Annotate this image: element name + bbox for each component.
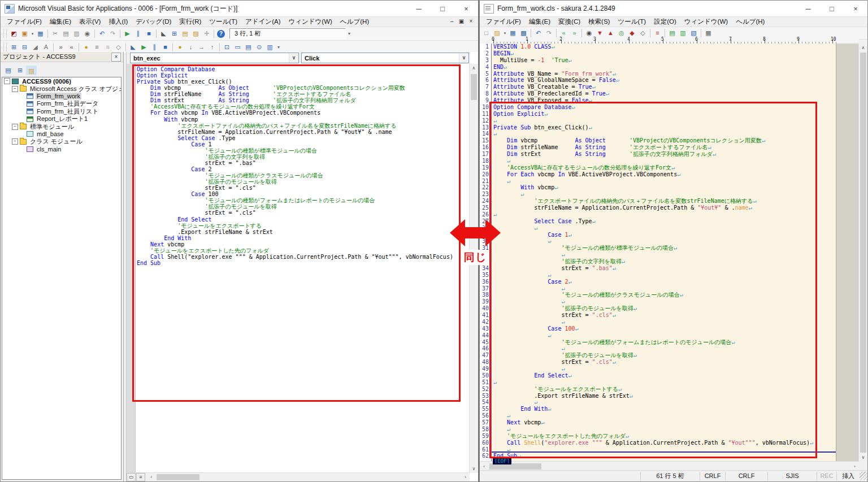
menu-item-7[interactable]: ヘルプ(H) bbox=[732, 17, 769, 27]
new-file-icon[interactable]: □ bbox=[481, 28, 492, 38]
code-line[interactable]: 7Attribute VB_Creatable = True↵ bbox=[480, 84, 853, 90]
tree-item[interactable]: −クラス モジュール bbox=[2, 138, 121, 145]
scroll-up-icon[interactable]: ∧ bbox=[859, 44, 867, 52]
scrollbar-thumb[interactable] bbox=[471, 74, 477, 100]
immediate-window-icon[interactable]: ▭ bbox=[232, 42, 243, 52]
scroll-down-icon[interactable]: ∨ bbox=[470, 464, 478, 473]
find-symbol-icon[interactable]: ◢ bbox=[30, 42, 41, 52]
tree-expander-icon[interactable]: − bbox=[12, 86, 18, 92]
help-icon[interactable]: ? bbox=[217, 30, 225, 38]
menu-item-3[interactable]: 挿入(I) bbox=[105, 17, 132, 27]
mdi-close-button[interactable]: × bbox=[466, 17, 476, 26]
bookmark-icon[interactable]: ◇ bbox=[113, 42, 124, 52]
open-file-icon-dropdown[interactable]: ▾ bbox=[502, 31, 507, 36]
code-line[interactable]: 5Attribute VB_Name = "Form_frm_work"↵ bbox=[480, 71, 853, 77]
toggle-breakpoint-icon[interactable]: ● bbox=[81, 42, 92, 52]
stop-icon[interactable]: ■ bbox=[144, 29, 154, 38]
scroll-up-icon[interactable]: ∧ bbox=[470, 64, 478, 72]
code-line[interactable]: 2BEGIN↵ bbox=[480, 50, 853, 57]
tree-item[interactable]: cls_main bbox=[2, 146, 121, 153]
break-2-icon[interactable]: ∥ bbox=[149, 42, 160, 52]
object-dropdown[interactable]: btn_exec ∨ bbox=[130, 53, 299, 63]
save-icon[interactable]: ▦ bbox=[507, 28, 518, 38]
tree-item[interactable]: mdl_base bbox=[2, 131, 121, 138]
menu-item-0[interactable]: ファイル(F) bbox=[482, 17, 525, 27]
code-line[interactable]: 4END↵ bbox=[480, 64, 853, 71]
close-button[interactable]: × bbox=[844, 1, 867, 16]
code-line[interactable]: 6Attribute VB_GlobalNameSpace = False↵ bbox=[480, 77, 853, 84]
type-list-icon[interactable]: ▤ bbox=[667, 28, 678, 38]
minimize-button[interactable]: ─ bbox=[796, 1, 820, 16]
analysis-icon[interactable]: ▦ bbox=[703, 28, 714, 38]
maximize-button[interactable]: □ bbox=[431, 1, 454, 16]
event-dropdown[interactable]: Click ∨ bbox=[301, 53, 469, 63]
toolbox-icon[interactable]: ✚ bbox=[201, 29, 212, 38]
vertical-scrollbar[interactable]: ∧ ∨ bbox=[469, 64, 478, 473]
scroll-left-icon[interactable]: ‹ bbox=[480, 462, 488, 471]
menu-item-5[interactable]: 実行(R) bbox=[175, 17, 205, 27]
comment-block-icon[interactable]: ≡ bbox=[92, 42, 102, 52]
toolbar-options-icon[interactable]: ▾ bbox=[277, 45, 280, 50]
view-code-icon[interactable]: ⊟ bbox=[19, 42, 30, 52]
tree-expander-icon[interactable]: − bbox=[12, 124, 18, 130]
jump-next-icon[interactable]: » bbox=[569, 28, 580, 38]
tree-expander-icon[interactable]: − bbox=[4, 78, 10, 84]
design-mode-2-icon[interactable]: ◣ bbox=[128, 42, 138, 52]
status-insert-mode[interactable]: 挿入 bbox=[836, 472, 860, 480]
undo-icon[interactable]: ↶ bbox=[97, 29, 107, 38]
view-access-icon[interactable]: ◩ bbox=[8, 29, 19, 38]
menu-item-1[interactable]: 編集(E) bbox=[46, 17, 75, 27]
code-line[interactable]: 3 MultiUse = -1 'True↵ bbox=[480, 57, 853, 64]
scroll-right-icon[interactable]: › bbox=[461, 473, 470, 481]
menu-item-0[interactable]: ファイル(F) bbox=[3, 17, 46, 27]
horizontal-scrollbar[interactable]: ‹ › bbox=[480, 461, 859, 471]
outdent-icon[interactable]: « bbox=[66, 42, 77, 52]
toolbar-grip[interactable] bbox=[3, 29, 7, 38]
scroll-down-icon[interactable]: ∨ bbox=[859, 453, 867, 462]
redo-icon[interactable]: ↷ bbox=[107, 29, 118, 38]
menu-item-1[interactable]: 編集(E) bbox=[525, 17, 554, 27]
menu-item-2[interactable]: 変換(C) bbox=[554, 17, 584, 27]
bookmark-next-icon[interactable]: ◇ bbox=[637, 28, 648, 38]
step-out-icon[interactable]: ↑ bbox=[207, 42, 218, 52]
sort-icon[interactable]: A bbox=[41, 42, 51, 52]
properties-window-icon[interactable]: ▤ bbox=[180, 29, 190, 38]
project-panel-close-button[interactable]: × bbox=[111, 53, 121, 62]
step-into-icon[interactable]: ↓ bbox=[185, 42, 196, 52]
menu-item-2[interactable]: 表示(V) bbox=[75, 17, 105, 27]
close-button[interactable]: × bbox=[454, 1, 478, 16]
menu-item-9[interactable]: ヘルプ(H) bbox=[336, 17, 373, 27]
scrollbar-thumb[interactable] bbox=[157, 474, 199, 480]
tree-item[interactable]: Form_frm_社員データ bbox=[2, 100, 121, 107]
vertical-scrollbar[interactable]: ∧ ∨ bbox=[858, 44, 867, 462]
insert-object-icon[interactable]: ▣ bbox=[19, 29, 30, 38]
paste-icon[interactable]: ▥ bbox=[71, 29, 82, 38]
chevron-down-icon[interactable]: ∨ bbox=[289, 53, 298, 63]
code-line[interactable]: 1VERSION 1.0 CLASS↵ bbox=[480, 44, 853, 50]
code-line[interactable]: 8Attribute VB_PredeclaredId = True↵ bbox=[480, 90, 853, 97]
scrollbar-thumb[interactable] bbox=[860, 53, 866, 453]
save-icon[interactable]: ▦ bbox=[35, 29, 46, 38]
break-icon[interactable]: ∥ bbox=[133, 29, 144, 38]
menu-item-7[interactable]: アドイン(A) bbox=[241, 17, 284, 27]
resize-grip[interactable] bbox=[860, 472, 867, 480]
undo-icon[interactable]: ↶ bbox=[533, 28, 544, 38]
view-code-icon[interactable]: ▤ bbox=[2, 65, 14, 76]
toolbar-options-icon[interactable]: ▾ bbox=[348, 31, 350, 36]
grep-icon[interactable]: ◎ bbox=[616, 28, 627, 38]
tree-item[interactable]: −標準モジュール bbox=[2, 123, 121, 130]
run-2-icon[interactable]: ▶ bbox=[138, 42, 149, 52]
mdi-restore-button[interactable]: ▣ bbox=[457, 17, 466, 26]
quick-watch-icon[interactable]: ⊙ bbox=[254, 42, 264, 52]
tree-item[interactable]: Form_frm_work bbox=[2, 93, 121, 100]
insert-object-icon-dropdown[interactable]: ▾ bbox=[30, 32, 35, 36]
redo-icon[interactable]: ↷ bbox=[544, 28, 554, 38]
call-stack-icon[interactable]: ▥ bbox=[264, 42, 275, 52]
chevron-down-icon[interactable]: ∨ bbox=[459, 53, 468, 63]
indent-icon[interactable]: » bbox=[55, 42, 66, 52]
menu-item-6[interactable]: ツール(T) bbox=[205, 17, 241, 27]
menu-item-8[interactable]: ウィンドウ(W) bbox=[284, 17, 336, 27]
breakpoint-hand-icon[interactable]: ● bbox=[175, 42, 185, 52]
mdi-minimize-button[interactable]: – bbox=[447, 17, 457, 26]
scroll-right-icon[interactable]: › bbox=[850, 462, 859, 471]
